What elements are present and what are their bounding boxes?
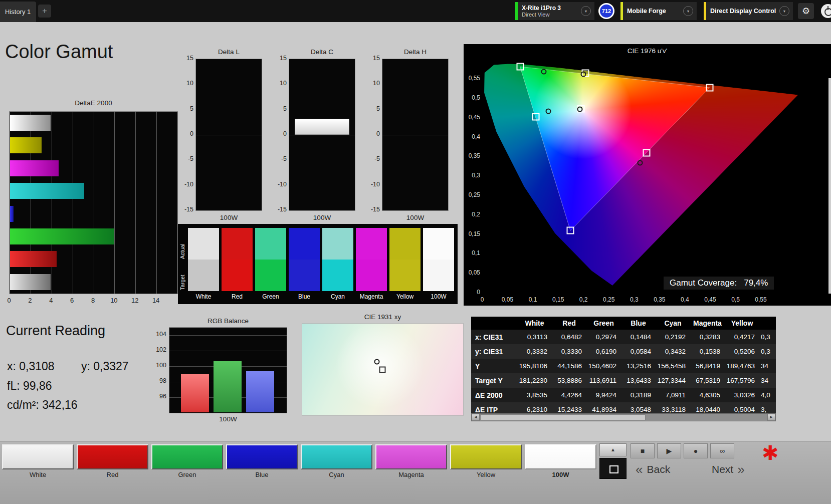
stop-measurement-icon[interactable]: ✱ xyxy=(762,441,779,464)
target-swatch xyxy=(389,260,421,291)
table-cell: 0,1484 xyxy=(621,330,656,344)
table-row-label: y: CIE31 xyxy=(471,344,517,359)
scrollbar-thumb[interactable] xyxy=(480,414,646,420)
table-cell: 0,3330 xyxy=(552,344,586,359)
gridline xyxy=(169,335,287,336)
record-button[interactable]: ● xyxy=(684,443,708,458)
chevron-down-icon[interactable]: ▼ xyxy=(779,6,789,16)
pattern-button-blue[interactable]: Blue xyxy=(226,444,298,478)
reading-fl: fL: 99,86 xyxy=(7,379,52,393)
gridline xyxy=(94,112,94,294)
app-root: History 1 + X-Rite i1Pro 3 Direct View ▼… xyxy=(0,0,831,504)
scroll-left-button[interactable]: ◄ xyxy=(472,414,480,421)
blue-target-marker xyxy=(566,227,574,234)
table-cell: 150,4602 xyxy=(586,359,621,373)
target-swatch xyxy=(188,260,219,291)
axis-tick-label: 0,1 xyxy=(464,249,480,257)
table-cell: 0,5206 xyxy=(725,344,759,359)
chart-title: Delta L xyxy=(195,48,262,56)
swatch-column-white: White xyxy=(188,224,219,304)
red-target-marker xyxy=(706,84,713,91)
axis-tick-label: 0,05 xyxy=(464,269,480,276)
meter-xrite[interactable]: X-Rite i1Pro 3 Direct View ▼ xyxy=(515,2,594,20)
swatch-column-red: Red xyxy=(222,224,253,304)
axis-tick-label: 0,1 xyxy=(524,296,541,303)
meter-direct-display-control[interactable]: Direct Display Control ▼ xyxy=(704,2,793,20)
pattern-button-green[interactable]: Green xyxy=(151,444,223,478)
measured-point-marker xyxy=(374,359,379,364)
table-cell: 167,5796 xyxy=(725,373,759,388)
table-row-label: Y xyxy=(471,359,517,373)
deltae-bar-cyan xyxy=(10,183,84,199)
axis-tick-label: 102 xyxy=(150,346,166,353)
status-badge[interactable]: 712 xyxy=(598,3,614,19)
table-cell: 15,2433 xyxy=(552,402,586,413)
next-button[interactable]: Next » xyxy=(712,462,745,476)
pattern-swatch xyxy=(525,444,596,469)
panel-edge-scrollbar[interactable] xyxy=(828,78,831,294)
table-cell: 113,6911 xyxy=(586,373,621,388)
actual-swatch xyxy=(222,228,253,260)
gear-icon[interactable]: ⚙ xyxy=(798,3,814,19)
rgb-bar-green xyxy=(214,361,242,412)
table-grid: WhiteRedGreenBlueCyanMagentaYellowx: CIE… xyxy=(471,317,776,413)
stop-button[interactable]: ■ xyxy=(631,443,655,458)
gridline xyxy=(73,112,73,294)
table-cell: 13,2516 xyxy=(621,359,656,373)
axis-tick-label: 14 xyxy=(151,297,161,304)
delta-bar xyxy=(295,119,349,135)
meter-xrite-text: X-Rite i1Pro 3 Direct View xyxy=(518,5,581,18)
swatch-label: White xyxy=(188,293,219,300)
pattern-button-white[interactable]: White xyxy=(2,444,74,478)
swatch-label: Blue xyxy=(289,293,320,300)
zero-line xyxy=(196,135,262,135)
axis-tick-label: 0,25 xyxy=(464,191,480,198)
continuous-read-button[interactable]: ∞ xyxy=(710,443,734,458)
pattern-swatch xyxy=(301,444,372,469)
history-tab[interactable]: History 1 xyxy=(0,2,36,22)
deltae-bar-yellow xyxy=(10,137,42,153)
deltae-bar-green xyxy=(10,228,114,244)
axis-tick-label: 0 xyxy=(464,289,480,296)
table-cell: 4,0 xyxy=(759,388,776,402)
pattern-button-yellow[interactable]: Yellow xyxy=(450,444,522,478)
table-cell: 0,6190 xyxy=(586,344,621,359)
chevron-down-icon[interactable]: ▼ xyxy=(683,6,693,16)
back-button[interactable]: « Back xyxy=(636,462,670,476)
pattern-label: Yellow xyxy=(450,471,522,478)
play-button[interactable]: ▶ xyxy=(657,443,681,458)
table-row-label: x: CIE31 xyxy=(471,330,517,344)
axis-tick-label: 0,35 xyxy=(651,296,668,303)
table-cell: 156,5458 xyxy=(656,359,690,373)
axis-tick-label: -15 xyxy=(275,206,287,213)
gamut-coverage-readout: Gamut Coverage:79,4% xyxy=(664,277,774,290)
chart-title: DeltaE 2000 xyxy=(7,99,180,107)
power-icon[interactable] xyxy=(821,4,831,18)
pattern-button-magenta[interactable]: Magenta xyxy=(375,444,447,478)
actual-swatch xyxy=(389,228,421,260)
actual-swatch xyxy=(188,228,219,260)
pattern-swatch xyxy=(151,444,223,469)
meter-xrite-line1: X-Rite i1Pro 3 xyxy=(522,5,581,12)
meter-mobile-forge[interactable]: Mobile Forge ▼ xyxy=(620,2,697,20)
table-cell: 34 xyxy=(759,373,776,388)
table-row-label: ΔE 2000 xyxy=(471,388,517,402)
gamut-coverage-value: 79,4% xyxy=(744,278,768,288)
cie1931-plot xyxy=(302,323,464,416)
table-cell: 0,1538 xyxy=(690,344,725,359)
chevron-down-icon[interactable]: ▼ xyxy=(581,6,591,16)
axis-tick-label: 0,45 xyxy=(464,114,480,121)
add-tab-button[interactable]: + xyxy=(38,5,51,18)
delta-c-plot xyxy=(289,59,355,211)
table-scrollbar[interactable]: ◄ ► xyxy=(471,413,776,421)
pattern-button-red[interactable]: Red xyxy=(77,444,148,478)
window-pattern-button[interactable] xyxy=(599,458,627,479)
scroll-right-button[interactable]: ► xyxy=(767,414,775,421)
reading-cdm2: cd/m²: 342,16 xyxy=(7,398,78,412)
up-arrow-button[interactable]: ▲ xyxy=(599,443,627,456)
pattern-button-cyan[interactable]: Cyan xyxy=(301,444,372,478)
pattern-button-100w[interactable]: 100W xyxy=(525,444,596,478)
table-cell: 195,8106 xyxy=(517,359,552,373)
axis-tick-label: -10 xyxy=(368,181,380,188)
table-cell: 41,8934 xyxy=(586,402,621,413)
